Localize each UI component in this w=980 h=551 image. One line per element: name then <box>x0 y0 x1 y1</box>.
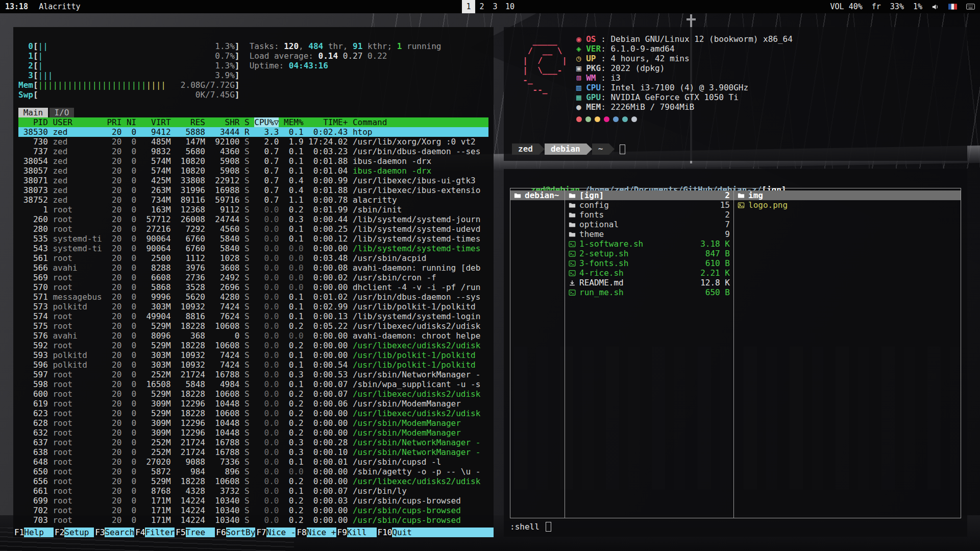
column-header-time[interactable]: TIME+ <box>308 117 348 127</box>
prompt-segment-~: ~ <box>592 143 609 155</box>
process-row-1[interactable]: 1root200163M123689112S0.00.20:01.99/sbin… <box>18 205 488 214</box>
file-row-4-rice.sh[interactable]: 4-rice.sh2.21 K <box>565 268 733 278</box>
file-row-3-fonts.sh[interactable]: 3-fonts.sh610 B <box>565 258 733 268</box>
dir-row-optional[interactable]: optional7 <box>565 220 733 229</box>
keyboard-layout-indicator[interactable]: fr <box>872 2 881 11</box>
process-row-730[interactable]: 730zed200485M147M92100S2.01.917:24.02/us… <box>18 137 488 147</box>
process-row-38054[interactable]: 38054zed200574M108205908S0.70.10:01.88ib… <box>18 156 488 166</box>
process-row-638[interactable]: 638root200252M2172416788S0.00.30:00.10/u… <box>18 447 488 457</box>
process-row-575[interactable]: 575root200529M1822810608S0.00.20:05.22/u… <box>18 321 488 331</box>
process-row-280[interactable]: 280root2002721672924560S0.00.10:00.25/li… <box>18 224 488 234</box>
speaker-icon[interactable] <box>932 3 939 11</box>
process-row-600[interactable]: 600root200529M1822810608S0.00.20:00.07/u… <box>18 389 488 399</box>
file-row-2-setup.sh[interactable]: 2-setup.sh847 B <box>565 249 733 258</box>
shell-prompt[interactable]: zeddebian~ <box>512 143 959 155</box>
fnkey-f10[interactable]: F10Quit <box>377 528 422 537</box>
ranger-terminal-window: zed@debian/home/zed/Documents/GitHub/deb… <box>504 169 967 537</box>
column-header-command[interactable]: Command <box>353 117 488 127</box>
file-row-README.md[interactable]: README.md12.8 K <box>565 278 733 288</box>
process-row-623[interactable]: 623root200529M1822810608S0.00.20:00.00/u… <box>18 409 488 418</box>
column-header-pid[interactable]: PID <box>18 117 48 127</box>
column-header-pri[interactable]: PRI <box>107 117 121 127</box>
process-row-650[interactable]: 650root2005872984896S0.00.00:00.00/sbin/… <box>18 467 488 476</box>
column-header-shr[interactable]: SHR <box>210 117 240 127</box>
process-row-576[interactable]: 576avahi20080963680S0.00.00:00.00avahi-d… <box>18 331 488 341</box>
fr-flag-icon[interactable] <box>948 4 957 10</box>
process-row-535[interactable]: 535systemd-ti2009006467605840S0.00.10:00… <box>18 234 488 244</box>
column-header-cpu[interactable]: CPU%▽ <box>254 117 279 127</box>
process-row-699[interactable]: 699root200171M1422410340S0.00.20:00.03/u… <box>18 496 488 506</box>
process-row-598[interactable]: 598root2001650858484984S0.00.10:00.07/sb… <box>18 379 488 389</box>
process-row-628[interactable]: 628root200309M1229610448S0.00.20:00.00/u… <box>18 418 488 428</box>
keyboard-icon[interactable] <box>966 4 975 10</box>
workspace-button-10[interactable]: 10 <box>502 0 518 13</box>
process-row-543[interactable]: 543systemd-ti2009006467605840S0.00.00:00… <box>18 244 488 253</box>
process-row-38071[interactable]: 38071zed200425M3380822912S0.70.40:00.99/… <box>18 176 488 185</box>
process-row-737[interactable]: 737zed200983256804360S0.70.10:03.23/usr/… <box>18 147 488 156</box>
process-row-574[interactable]: 574root2004990488167624S0.00.10:00.13/li… <box>18 312 488 321</box>
stat-percent-2: 1% <box>913 2 922 11</box>
file-row-logo.png[interactable]: logo.png <box>734 200 961 210</box>
ranger-command-line[interactable]: :shell <box>510 521 961 532</box>
folder-icon <box>569 221 576 228</box>
process-row-648[interactable]: 648root2002702090887336S0.00.10:00.01/us… <box>18 457 488 467</box>
process-row-593[interactable]: 593polkitd200303M109327424S0.00.10:00.00… <box>18 350 488 360</box>
process-row-656[interactable]: 656root200529M1822810608S0.00.20:00.00/u… <box>18 476 488 486</box>
column-header-s[interactable]: S <box>244 117 250 127</box>
process-row-561[interactable]: 561root200250011121028S0.00.00:03.48/usr… <box>18 253 488 263</box>
process-row-573[interactable]: 573polkitd200303M109327424S0.00.10:02.99… <box>18 302 488 312</box>
fnkey-f6[interactable]: F6SortBy <box>215 528 255 537</box>
volume-indicator[interactable]: VOL 40% <box>830 2 863 11</box>
ranger-parent-column: debian~ <box>510 188 565 518</box>
workspace-button-3[interactable]: 3 <box>488 0 502 13</box>
process-row-597[interactable]: 597root200252M2172416788S0.00.30:00.53/u… <box>18 370 488 379</box>
fnkey-f7[interactable]: F7Nice - <box>255 528 296 537</box>
htop-tab-io[interactable]: I/O <box>50 108 74 117</box>
process-row-703[interactable]: 703root200171M1422410340S0.00.20:00.00/u… <box>18 515 488 525</box>
process-row-702[interactable]: 702root200171M1422410340S0.00.20:00.00/u… <box>18 506 488 515</box>
process-row-260[interactable]: 260root200577122600824744S0.00.30:00.44/… <box>18 214 488 224</box>
fnkey-f4[interactable]: F4Filter <box>134 528 175 537</box>
column-header-virt[interactable]: VIRT <box>141 117 171 127</box>
column-header-res[interactable]: RES <box>176 117 205 127</box>
process-row-596[interactable]: 596polkitd200303M109327424S0.00.10:00.54… <box>18 360 488 370</box>
process-row-38752[interactable]: 38752zed200734M8911659716S0.71.10:00.78a… <box>18 195 488 205</box>
process-row-619[interactable]: 619root200309M1229610448S0.00.20:00.06/u… <box>18 399 488 409</box>
process-row-566[interactable]: 566avahi200828839763608S0.00.00:00.08ava… <box>18 263 488 273</box>
workspace-button-1[interactable]: 1 <box>462 0 475 13</box>
fnkey-f3[interactable]: F3Search <box>94 528 134 537</box>
file-row-1-software.sh[interactable]: 1-software.sh3.18 K <box>565 239 733 249</box>
cpu2-meter: 2[|1.3%] <box>18 61 239 70</box>
fnkey-f5[interactable]: F5Tree <box>175 528 215 537</box>
script-icon <box>569 241 576 248</box>
fnkey-f8[interactable]: F8Nice + <box>296 528 336 537</box>
process-table-header[interactable]: PIDUSERPRINIVIRTRESSHRSCPU%▽MEM%TIME+Com… <box>18 117 488 127</box>
column-header-ni[interactable]: NI <box>127 117 136 127</box>
dir-row-fonts[interactable]: fonts2 <box>565 210 733 220</box>
process-row-592[interactable]: 592root200529M1822810608S0.00.20:00.00/u… <box>18 341 488 350</box>
process-row-38057[interactable]: 38057zed200574M108205908S0.70.10:01.04ib… <box>18 166 488 176</box>
fnkey-f1[interactable]: F1Help <box>13 528 54 537</box>
process-row-569[interactable]: 569root200660827362492S0.00.00:00.02/usr… <box>18 273 488 282</box>
process-row-570[interactable]: 570root200586835282696S0.00.00:00.00dhcl… <box>18 282 488 292</box>
process-row-38530[interactable]: 38530zed200941258883444R3.30.10:02.43hto… <box>18 127 488 137</box>
file-row-run_me.sh[interactable]: run_me.sh650 B <box>565 288 733 297</box>
dir-row-debian~[interactable]: debian~ <box>510 190 565 200</box>
process-row-38073[interactable]: 38073zed200263M3199616988S0.70.40:01.88/… <box>18 185 488 195</box>
dir-row-theme[interactable]: theme9 <box>565 229 733 239</box>
process-row-661[interactable]: 661root200876843283732S0.00.10:00.07/usr… <box>18 486 488 496</box>
dir-row-config[interactable]: config15 <box>565 200 733 210</box>
process-row-637[interactable]: 637root200252M2172416788S0.00.30:00.28/u… <box>18 438 488 447</box>
dir-row-[ign][interactable]: [ign]2 <box>565 190 733 200</box>
process-row-632[interactable]: 632root200309M1229610448S0.00.20:00.00/u… <box>18 428 488 438</box>
fnkey-f9[interactable]: F9Kill <box>336 528 377 537</box>
column-header-mem[interactable]: MEM% <box>284 117 304 127</box>
fnkey-f2[interactable]: F2Setup <box>54 528 94 537</box>
dir-row-img[interactable]: img <box>734 190 961 200</box>
htop-tab-main[interactable]: Main <box>18 108 48 117</box>
workspace-button-2[interactable]: 2 <box>475 0 488 13</box>
mem-meter: Mem[||||||||||||||||||||||||||2.08G/7.72… <box>18 80 239 90</box>
stat-percent-1: 33% <box>890 2 904 11</box>
process-row-571[interactable]: 571messagebus200999656204280S0.00.10:01.… <box>18 292 488 302</box>
column-header-user[interactable]: USER <box>53 117 102 127</box>
